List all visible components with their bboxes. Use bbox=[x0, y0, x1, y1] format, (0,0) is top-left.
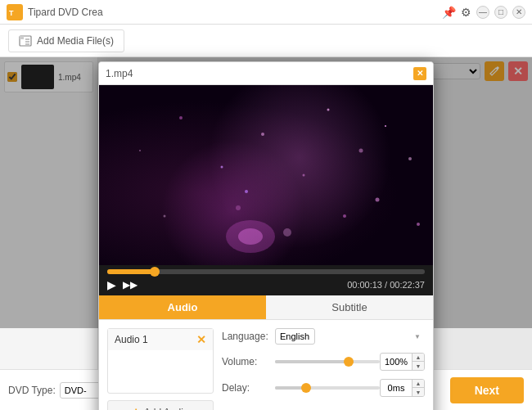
svg-point-9 bbox=[359, 149, 363, 153]
audio-item[interactable]: Audio 1 ✕ bbox=[108, 329, 213, 350]
modal-tabs: Audio Subtitle bbox=[99, 295, 433, 320]
app-titlebar: T Tipard DVD Crea 📌 ⚙ — □ ✕ bbox=[0, 0, 532, 25]
current-time: 00:00:13 bbox=[347, 280, 382, 290]
svg-point-7 bbox=[261, 133, 264, 136]
modal-dialog: 1.mp4 ✕ bbox=[98, 61, 434, 410]
fast-forward-button[interactable]: ▶▶ bbox=[123, 279, 138, 291]
app-title: Tipard DVD Crea bbox=[28, 7, 442, 18]
close-button[interactable]: ✕ bbox=[512, 6, 525, 19]
language-row: Language: English bbox=[222, 328, 425, 345]
add-audio-label: Add Audio bbox=[144, 407, 189, 410]
settings-icon[interactable]: ⚙ bbox=[461, 6, 471, 19]
content-area: 1.mp4 ✕ 1.mp4 ✕ bbox=[0, 57, 532, 369]
volume-slider-container bbox=[275, 360, 380, 363]
add-media-button[interactable]: Add Media File(s) bbox=[8, 29, 124, 52]
svg-point-15 bbox=[139, 150, 141, 151]
tab-audio[interactable]: Audio bbox=[99, 295, 266, 319]
delay-value: 0ms bbox=[381, 381, 412, 394]
svg-point-20 bbox=[376, 198, 380, 202]
svg-point-14 bbox=[408, 157, 412, 160]
add-audio-plus-icon: + bbox=[132, 405, 139, 410]
volume-spinner: 100% ▲ ▼ bbox=[380, 353, 425, 371]
volume-label: Volume: bbox=[222, 356, 275, 367]
total-time: 00:22:37 bbox=[390, 280, 425, 290]
svg-point-12 bbox=[179, 116, 183, 119]
add-media-label: Add Media File(s) bbox=[37, 35, 114, 47]
modal-body: Audio 1 ✕ + Add Audio Langu bbox=[99, 320, 433, 410]
audio-list: Audio 1 ✕ bbox=[107, 328, 214, 394]
delay-down-button[interactable]: ▼ bbox=[413, 388, 424, 396]
maximize-button[interactable]: □ bbox=[494, 6, 507, 19]
progress-bar[interactable] bbox=[107, 269, 425, 274]
dvd-type-label: DVD Type: bbox=[8, 385, 56, 396]
delay-label: Delay: bbox=[222, 382, 275, 394]
tab-subtitle[interactable]: Subtitle bbox=[266, 295, 433, 319]
svg-point-21 bbox=[164, 215, 166, 218]
play-button[interactable]: ▶ bbox=[107, 278, 116, 291]
audio-remove-button[interactable]: ✕ bbox=[196, 333, 206, 346]
delay-spinner-buttons: ▲ ▼ bbox=[412, 380, 424, 396]
add-media-icon bbox=[19, 34, 32, 47]
add-audio-button[interactable]: + Add Audio bbox=[107, 400, 214, 410]
pin-icon[interactable]: 📌 bbox=[442, 6, 456, 19]
delay-slider-track[interactable] bbox=[275, 386, 380, 390]
language-select-wrapper: English bbox=[275, 328, 425, 345]
app-window: T Tipard DVD Crea 📌 ⚙ — □ ✕ Add Media Fi… bbox=[0, 0, 532, 410]
svg-point-11 bbox=[385, 125, 386, 127]
volume-slider-track[interactable] bbox=[275, 360, 380, 363]
next-button[interactable]: Next bbox=[450, 377, 524, 403]
minimize-button[interactable]: — bbox=[476, 6, 489, 19]
progress-filled bbox=[107, 269, 155, 274]
modal-overlay: 1.mp4 ✕ bbox=[0, 57, 532, 328]
svg-point-8 bbox=[327, 109, 330, 111]
controls-row: ▶ ▶▶ 00:00:13 / 00:22:37 bbox=[107, 278, 425, 291]
player-controls: ▶ ▶▶ 00:00:13 / 00:22:37 bbox=[99, 265, 433, 295]
svg-point-18 bbox=[283, 228, 291, 237]
delay-slider-container bbox=[275, 386, 380, 390]
delay-slider-thumb[interactable] bbox=[301, 383, 311, 393]
svg-text:T: T bbox=[9, 9, 14, 17]
modal-close-button[interactable]: ✕ bbox=[413, 67, 426, 80]
svg-point-10 bbox=[221, 166, 223, 169]
svg-point-24 bbox=[238, 228, 263, 245]
video-background bbox=[99, 85, 433, 265]
volume-down-button[interactable]: ▼ bbox=[413, 362, 424, 370]
modal-title: 1.mp4 bbox=[106, 68, 413, 79]
delay-up-button[interactable]: ▲ bbox=[413, 380, 424, 388]
volume-spinner-buttons: ▲ ▼ bbox=[412, 354, 424, 370]
svg-point-16 bbox=[236, 205, 241, 210]
app-controls: 📌 ⚙ — □ ✕ bbox=[442, 6, 525, 19]
toolbar: Add Media File(s) bbox=[0, 25, 532, 57]
volume-slider-fill bbox=[275, 360, 349, 363]
svg-point-17 bbox=[343, 214, 346, 218]
volume-up-button[interactable]: ▲ bbox=[413, 354, 424, 362]
video-particles bbox=[99, 85, 433, 265]
svg-point-13 bbox=[303, 174, 305, 177]
language-select[interactable]: English bbox=[275, 328, 315, 345]
playback-controls: ▶ ▶▶ bbox=[107, 278, 138, 291]
modal-titlebar: 1.mp4 ✕ bbox=[99, 62, 433, 85]
svg-rect-3 bbox=[20, 36, 24, 39]
video-player bbox=[99, 85, 433, 265]
delay-row: Delay: 0ms ▲ ▼ bbox=[222, 379, 425, 397]
settings-panel: Language: English Volume: bbox=[222, 328, 425, 410]
time-display: 00:00:13 / 00:22:37 bbox=[347, 280, 425, 290]
volume-row: Volume: 100% ▲ bbox=[222, 353, 425, 371]
audio-panel: Audio 1 ✕ + Add Audio bbox=[107, 328, 214, 410]
delay-spinner: 0ms ▲ ▼ bbox=[380, 379, 425, 397]
audio-item-name: Audio 1 bbox=[115, 334, 148, 345]
app-logo: T bbox=[7, 4, 23, 20]
svg-point-19 bbox=[245, 190, 248, 193]
volume-slider-thumb[interactable] bbox=[344, 357, 354, 367]
progress-thumb bbox=[150, 267, 160, 277]
language-label: Language: bbox=[222, 331, 275, 342]
volume-value: 100% bbox=[381, 355, 412, 368]
svg-point-22 bbox=[417, 223, 420, 226]
